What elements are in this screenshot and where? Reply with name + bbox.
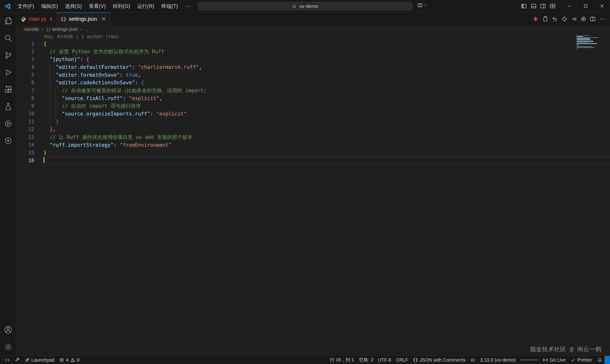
minimap-line	[577, 37, 599, 38]
code-line-16[interactable]: 16	[16, 157, 610, 165]
status-problems[interactable]: 40	[57, 356, 82, 364]
status-interpreter[interactable]: 3.13.3 (uv-demo)	[478, 356, 518, 364]
code-line-3[interactable]: 3 "[python]": {	[16, 55, 610, 63]
tab-main-py[interactable]: main.py4	[16, 13, 57, 25]
error-icon	[59, 357, 64, 363]
status-label: 0	[77, 357, 79, 363]
code-line-14[interactable]: 14 "ruff.importStrategy": "fromEnvironme…	[16, 141, 610, 149]
minimize-button[interactable]	[561, 0, 577, 12]
code-line-7[interactable]: 7 // 自动修复可修复的错误（比如多余的空格、没用的 import）	[16, 87, 610, 95]
clipboard-button[interactable]	[542, 16, 548, 22]
status-encoding[interactable]: UTF-8	[376, 356, 394, 364]
status-go-live[interactable]: Go Live	[540, 356, 568, 364]
status-prettier[interactable]: Prettier	[568, 356, 595, 364]
status-launchpad[interactable]: Launchpad	[22, 356, 57, 364]
command-center-search[interactable]: uv-demo	[197, 2, 412, 11]
activity-extensions-button[interactable]	[0, 81, 16, 98]
minimap-line	[577, 36, 583, 37]
menu-edit[interactable]: 编辑(E)	[38, 2, 62, 10]
breadcrumb-label: .vscode	[23, 26, 39, 32]
breadcrumb-item[interactable]: .vscode	[23, 26, 39, 32]
code-token: // 让 Ruff 插件优先使用你项目里 uv add 安装的那个版本	[50, 134, 192, 140]
breadcrumb-item[interactable]: {}settings.json	[46, 26, 78, 32]
status-tools[interactable]	[12, 356, 22, 364]
code-line-8[interactable]: 8 "source.fixAll.ruff": "explicit",	[16, 95, 610, 103]
tab-settings-json[interactable]: {}settings.json	[56, 13, 111, 25]
activity-live-preview-button[interactable]	[0, 115, 16, 132]
activity-account-button[interactable]	[0, 321, 16, 338]
minimap[interactable]	[577, 34, 601, 50]
code-line-4[interactable]: 4 "editor.defaultFormatter": "charlierma…	[16, 63, 610, 71]
status-language-mode[interactable]: {}JSON with Comments	[410, 356, 468, 364]
status-corner[interactable]	[605, 356, 610, 364]
code-token: }	[56, 119, 59, 124]
minimap-line	[577, 42, 588, 43]
status-progress[interactable]	[518, 356, 541, 364]
line-number: 11	[16, 118, 34, 126]
activity-run-debug-button[interactable]	[0, 64, 16, 81]
code-line-2[interactable]: 2 // 设置 Python 文件的默认格式化程序为 Ruff	[16, 48, 610, 56]
status-cursor-position[interactable]: 行 16，列 1	[327, 356, 356, 364]
menu-selection[interactable]: 选择(S)	[62, 2, 85, 10]
activity-explorer-button[interactable]	[0, 13, 16, 29]
line-number: 3	[16, 55, 34, 63]
split-editor-button[interactable]	[590, 16, 596, 22]
close-button[interactable]	[594, 0, 610, 12]
menu-view[interactable]: 查看(V)	[85, 2, 109, 10]
maximize-button[interactable]	[577, 0, 594, 12]
discard-button[interactable]	[552, 16, 558, 22]
menu-file[interactable]: 文件(F)	[14, 2, 38, 10]
code-line-1[interactable]: 1{	[16, 40, 610, 48]
new-window-dropdown[interactable]	[417, 2, 428, 8]
activity-source-control-button[interactable]	[0, 47, 16, 64]
code-line-6[interactable]: 6 "editor.codeActionsOnSave": {	[16, 79, 610, 87]
circle-play-icon	[4, 119, 13, 128]
code-editor[interactable]: You, 8小时前 | 1 author (You) 1{2 // 设置 Pyt…	[16, 33, 610, 355]
activity-settings-button[interactable]	[0, 338, 16, 355]
status-eol[interactable]: CRLF	[394, 356, 411, 364]
formatter-button[interactable]	[532, 16, 539, 22]
code-token: "fromEnvironment"	[120, 142, 171, 148]
more-actions-button[interactable]	[599, 16, 605, 22]
menu-terminal[interactable]: 终端(T)	[158, 2, 181, 10]
minimap-line	[577, 44, 579, 45]
toggle-sidebar-button[interactable]	[521, 3, 527, 9]
status-label: 行 16，列 1	[330, 357, 354, 363]
code-token: :	[80, 56, 86, 62]
toggle-panel-button[interactable]	[531, 3, 536, 9]
menu-go[interactable]: 转到(G)	[109, 2, 133, 10]
python-icon	[20, 16, 26, 22]
toggle-secondary-sidebar-button[interactable]	[540, 3, 546, 9]
line-content: "ruff.importStrategy": "fromEnvironment"	[34, 141, 171, 149]
activity-search-button[interactable]	[0, 29, 16, 47]
symbol-button[interactable]	[561, 16, 567, 22]
chevron-right-icon	[79, 27, 84, 32]
code-line-10[interactable]: 10 "source.organizeImports.ruff": "expli…	[16, 110, 610, 118]
menu-run[interactable]: 运行(R)	[134, 2, 158, 10]
status-copilot[interactable]	[468, 356, 478, 364]
debug-icon	[4, 68, 13, 77]
status-notifications[interactable]	[595, 356, 605, 364]
line-content: }	[34, 149, 47, 157]
code-line-9[interactable]: 9 // 自动对 import 语句进行排序	[16, 102, 610, 110]
code-line-11[interactable]: 11 }	[16, 118, 610, 126]
customize-layout-button[interactable]	[549, 3, 556, 9]
menu-overflow-button[interactable]: ···	[181, 2, 194, 10]
code-token: "editor.defaultFormatter"	[56, 64, 132, 70]
code-line-13[interactable]: 13 // 让 Ruff 插件优先使用你项目里 uv add 安装的那个版本	[16, 133, 610, 141]
activity-testing-button[interactable]	[0, 98, 16, 115]
code-line-12[interactable]: 12 },	[16, 126, 610, 133]
golive-icon	[543, 357, 548, 363]
status-label: CRLF	[396, 357, 408, 363]
activity-database-button[interactable]	[0, 132, 16, 149]
status-remote[interactable]	[2, 356, 13, 364]
status-indentation[interactable]: 空格: 2	[356, 356, 376, 364]
code-line-5[interactable]: 5 "editor.formatOnSave": true,	[16, 71, 610, 79]
run-button[interactable]	[580, 16, 586, 22]
code-line-15[interactable]: 15}	[16, 149, 610, 157]
code-token: // 设置 Python 文件的默认格式化程序为 Ruff	[50, 49, 164, 54]
code-token: "source.organizeImports.ruff"	[62, 111, 150, 117]
tab-close-icon[interactable]	[101, 16, 107, 22]
run-all-button[interactable]	[571, 16, 577, 22]
breadcrumb-item[interactable]: ...	[85, 26, 89, 32]
